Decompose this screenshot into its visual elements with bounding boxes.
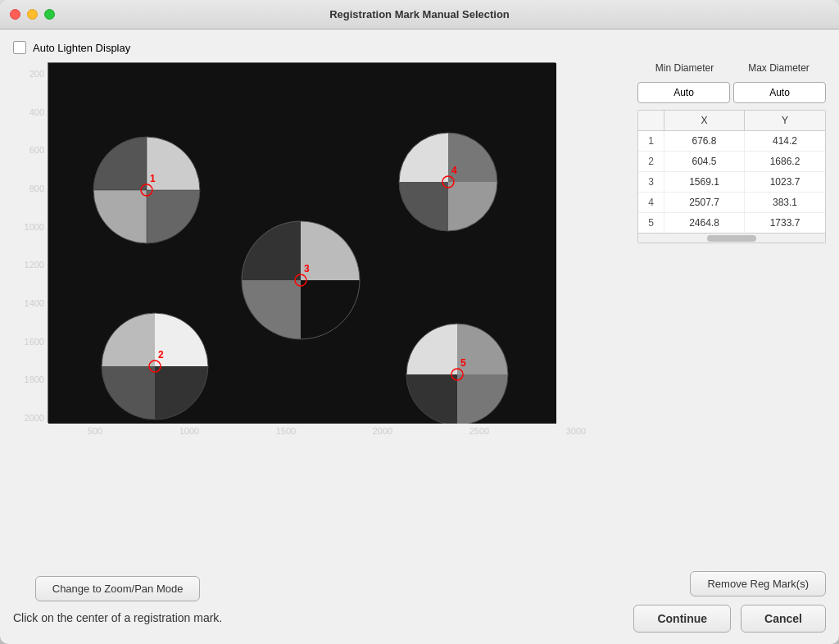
min-diameter-label: Min Diameter [637, 62, 732, 77]
svg-text:5: 5 [460, 357, 466, 369]
action-buttons: Continue Cancel [633, 605, 826, 633]
content-area: Auto Lighten Display 200 400 600 800 100… [0, 29, 839, 644]
cell-y-4: 1733.7 [745, 213, 825, 233]
cell-num-0: 1 [638, 131, 664, 151]
cell-num-4: 5 [638, 213, 664, 233]
remove-button[interactable]: Remove Reg Mark(s) [690, 571, 826, 596]
maximize-button[interactable] [44, 9, 55, 20]
y-tick-1400: 1400 [25, 298, 48, 308]
cell-num-1: 2 [638, 152, 664, 171]
auto-lighten-checkbox[interactable] [13, 41, 26, 54]
diameter-buttons: Auto Auto [637, 82, 826, 103]
svg-text:2: 2 [158, 349, 164, 361]
table-body: 1 676.8 414.2 2 604.5 1686.2 3 1569.1 10… [638, 131, 825, 233]
top-bar: Auto Lighten Display [13, 41, 826, 54]
cell-x-0: 676.8 [664, 131, 745, 151]
title-bar: Registration Mark Manual Selection [0, 0, 839, 29]
image-panel: 200 400 600 800 1000 1200 1400 1600 1800… [13, 62, 626, 560]
x-tick-1000: 1000 [179, 426, 202, 436]
image-display[interactable]: 1 4 [48, 62, 556, 423]
max-diameter-button[interactable]: Auto [733, 82, 826, 103]
cell-y-2: 1023.7 [745, 172, 825, 192]
cell-y-1: 1686.2 [745, 152, 825, 171]
cell-x-3: 2507.7 [664, 193, 745, 212]
window-title: Registration Mark Manual Selection [329, 8, 510, 20]
right-panel: Min Diameter Max Diameter Auto Auto X Y [637, 62, 826, 560]
y-tick-200: 200 [29, 69, 48, 79]
scrollbar-thumb[interactable] [707, 235, 756, 242]
x-tick-1500: 1500 [276, 426, 299, 436]
svg-text:1: 1 [150, 173, 156, 184]
col-header-num [638, 111, 664, 130]
right-bottom: Remove Reg Mark(s) Continue Cancel [633, 571, 826, 633]
x-tick-2000: 2000 [373, 426, 396, 436]
table-row[interactable]: 3 1569.1 1023.7 [638, 172, 825, 193]
table-scrollbar[interactable] [638, 233, 825, 243]
table-row[interactable]: 4 2507.7 383.1 [638, 193, 825, 213]
table-row[interactable]: 2 604.5 1686.2 [638, 152, 825, 172]
col-header-x: X [664, 111, 745, 130]
table-row[interactable]: 5 2464.8 1733.7 [638, 213, 825, 233]
cancel-button[interactable]: Cancel [741, 605, 826, 633]
col-header-y: Y [745, 111, 825, 130]
y-tick-2000: 2000 [25, 413, 48, 423]
instruction-text: Click on the center of a registration ma… [13, 608, 222, 628]
cell-x-4: 2464.8 [664, 213, 745, 233]
table-row[interactable]: 1 676.8 414.2 [638, 131, 825, 152]
y-tick-1800: 1800 [25, 374, 48, 384]
table-header: X Y [638, 111, 825, 131]
continue-button[interactable]: Continue [633, 605, 731, 633]
registration-image: 1 4 [48, 63, 556, 424]
min-diameter-button[interactable]: Auto [637, 82, 730, 103]
y-tick-1200: 1200 [25, 260, 48, 270]
cell-y-3: 383.1 [745, 193, 825, 212]
y-tick-1600: 1600 [25, 337, 48, 347]
y-tick-600: 600 [29, 145, 48, 155]
x-tick-500: 500 [88, 426, 106, 436]
left-bottom: Change to Zoom/Pan Mode Click on the cen… [13, 576, 222, 628]
cell-num-3: 4 [638, 193, 664, 212]
cell-y-0: 414.2 [745, 131, 825, 151]
auto-lighten-label: Auto Lighten Display [33, 42, 130, 54]
svg-text:3: 3 [304, 263, 310, 274]
y-tick-1000: 1000 [25, 222, 48, 232]
svg-text:4: 4 [451, 165, 457, 176]
cell-x-1: 604.5 [664, 152, 745, 171]
auto-lighten-container: Auto Lighten Display [13, 41, 130, 54]
data-table: X Y 1 676.8 414.2 2 604.5 1686.2 3 1569.… [637, 110, 826, 243]
x-tick-3000: 3000 [566, 426, 589, 436]
minimize-button[interactable] [27, 9, 38, 20]
x-axis: 500 1000 1500 2000 2500 3000 [13, 423, 626, 436]
zoom-pan-button[interactable]: Change to Zoom/Pan Mode [35, 576, 201, 601]
main-window: Registration Mark Manual Selection Auto … [0, 0, 839, 644]
max-diameter-label: Max Diameter [732, 62, 826, 77]
cell-x-2: 1569.1 [664, 172, 745, 192]
bottom-area: Change to Zoom/Pan Mode Click on the cen… [13, 571, 826, 633]
main-area: 200 400 600 800 1000 1200 1400 1600 1800… [13, 62, 826, 560]
close-button[interactable] [10, 9, 20, 20]
diameter-section: Min Diameter Max Diameter Auto Auto [637, 62, 826, 103]
cell-num-2: 3 [638, 172, 664, 192]
diameter-headers: Min Diameter Max Diameter [637, 62, 826, 77]
window-controls [10, 9, 55, 20]
y-tick-800: 800 [29, 184, 48, 193]
y-tick-400: 400 [29, 107, 48, 117]
x-tick-2500: 2500 [469, 426, 492, 436]
